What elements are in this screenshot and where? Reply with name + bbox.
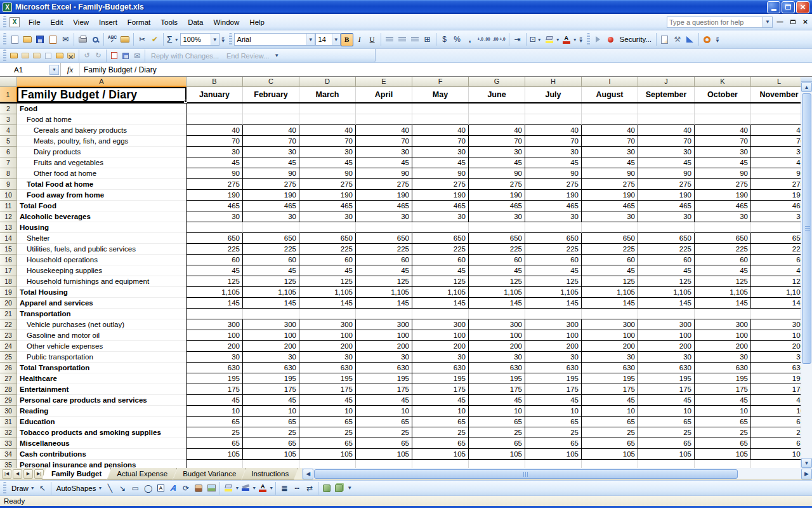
row-header-13[interactable]: 13 [0,222,17,233]
row-header-23[interactable]: 23 [0,330,17,341]
cell-C22[interactable]: 300 [243,319,299,330]
cell-F32[interactable]: 25 [412,427,469,438]
cell-L10[interactable]: 190 [751,190,801,201]
cell-A11[interactable]: Total Food [17,201,187,211]
column-header-A[interactable]: A [17,77,187,87]
cell-J24[interactable]: 200 [638,341,695,352]
control-toolbox-icon[interactable]: ⚒ [671,33,684,46]
cell-L18[interactable]: 125 [751,276,801,287]
column-header-D[interactable]: D [299,77,356,87]
cell-I15[interactable]: 225 [582,244,638,255]
cell-G17[interactable]: 45 [469,265,525,276]
cell-C28[interactable]: 175 [243,384,299,395]
cell-D34[interactable]: 105 [299,449,356,460]
cell-A18[interactable]: Household furnishings and equipment [17,276,187,287]
cell-K3[interactable] [695,114,751,125]
cell-I12[interactable]: 30 [582,211,638,222]
help-question-input[interactable] [667,17,763,28]
cell-L32[interactable]: 25 [751,427,801,438]
cell-D14[interactable]: 650 [299,233,356,244]
rectangle-icon[interactable]: ▭ [129,481,141,495]
cell-D16[interactable]: 60 [299,255,356,265]
row-header-9[interactable]: 9 [0,179,17,190]
cell-C33[interactable]: 65 [243,438,299,449]
cell-B21[interactable] [187,309,243,319]
cell-F20[interactable]: 145 [412,298,469,309]
cell-C6[interactable]: 30 [243,147,299,157]
cell-E31[interactable]: 65 [356,417,412,427]
email-icon[interactable]: ✉ [59,33,72,46]
cell-G35[interactable] [469,460,525,468]
cell-E8[interactable]: 90 [356,168,412,179]
cell-K9[interactable]: 275 [695,179,751,190]
cell-A20[interactable]: Apparel and services [17,298,187,309]
cell-G21[interactable] [469,309,525,319]
cell-J31[interactable]: 65 [638,417,695,427]
cell-I5[interactable]: 70 [582,136,638,147]
menu-item-edit[interactable]: Edit [46,16,69,29]
cell-L24[interactable]: 200 [751,341,801,352]
row-header-6[interactable]: 6 [0,147,17,157]
visual-basic-editor-icon[interactable] [658,33,671,46]
cell-L5[interactable]: 70 [751,136,801,147]
cell-B22[interactable]: 300 [187,319,243,330]
cell-K20[interactable]: 145 [695,298,751,309]
cell-G22[interactable]: 300 [469,319,525,330]
cell-L19[interactable]: 1,105 [751,287,801,298]
cell-K32[interactable]: 25 [695,427,751,438]
cell-L16[interactable]: 60 [751,255,801,265]
cell-H27[interactable]: 195 [525,373,582,384]
cell-H9[interactable]: 275 [525,179,582,190]
cell-K2[interactable] [695,104,751,114]
open-icon[interactable] [21,33,34,46]
cell-F31[interactable]: 65 [412,417,469,427]
cell-B31[interactable]: 65 [187,417,243,427]
cell-E17[interactable]: 45 [356,265,412,276]
cell-J12[interactable]: 30 [638,211,695,222]
spelling-icon[interactable]: ABC✓ [106,33,119,46]
cell-K30[interactable]: 10 [695,406,751,417]
arrow-style-icon[interactable]: ⇄ [303,481,316,495]
cell-F8[interactable]: 90 [412,168,469,179]
cell-A28[interactable]: Entertainment [17,384,187,395]
row-header-5[interactable]: 5 [0,136,17,147]
cell-K6[interactable]: 30 [695,147,751,157]
cell-C32[interactable]: 25 [243,427,299,438]
cell-H35[interactable] [525,460,582,468]
cell-J11[interactable]: 465 [638,201,695,211]
cell-E25[interactable]: 30 [356,352,412,363]
cell-B4[interactable]: 40 [187,125,243,136]
cell-I29[interactable]: 45 [582,395,638,406]
cell-I30[interactable]: 10 [582,406,638,417]
cell-K4[interactable]: 40 [695,125,751,136]
name-box-dropdown[interactable]: ▼ [49,65,59,75]
cell-I8[interactable]: 90 [582,168,638,179]
cell-J22[interactable]: 300 [638,319,695,330]
cell-F7[interactable]: 45 [412,157,469,168]
cell-H8[interactable]: 90 [525,168,582,179]
cell-D27[interactable]: 195 [299,373,356,384]
cell-I31[interactable]: 65 [582,417,638,427]
cell-E33[interactable]: 65 [356,438,412,449]
cell-F18[interactable]: 125 [412,276,469,287]
cell-I14[interactable]: 650 [582,233,638,244]
row-header-3[interactable]: 3 [0,114,17,125]
cell-A4[interactable]: Cereals and bakery products [17,125,187,136]
cell-K17[interactable]: 45 [695,265,751,276]
cell-F22[interactable]: 300 [412,319,469,330]
sheet-tab-actual-expense[interactable]: Actual Expense [107,468,177,479]
cell-D10[interactable]: 190 [299,190,356,201]
cell-J27[interactable]: 195 [638,373,695,384]
cell-H30[interactable]: 10 [525,406,582,417]
decrease-indent-icon[interactable]: ⇥ [511,33,524,46]
cell-D9[interactable]: 275 [299,179,356,190]
cell-D17[interactable]: 45 [299,265,356,276]
cell-C4[interactable]: 40 [243,125,299,136]
zoom-select[interactable]: 100%▼ [180,33,219,46]
cell-F10[interactable]: 190 [412,190,469,201]
cell-E7[interactable]: 45 [356,157,412,168]
row-header-20[interactable]: 20 [0,298,17,309]
row-header-29[interactable]: 29 [0,395,17,406]
workbook-icon[interactable]: X [10,17,20,27]
cell-L23[interactable]: 100 [751,330,801,341]
